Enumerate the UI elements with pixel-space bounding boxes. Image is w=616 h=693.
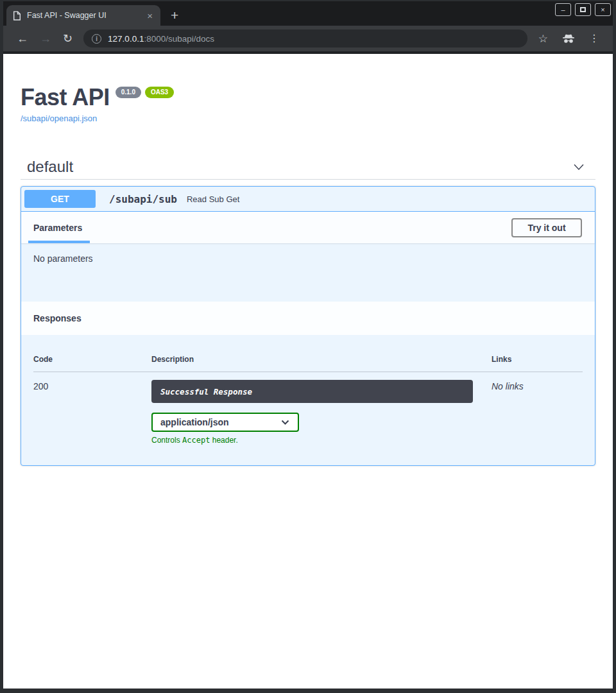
nav-bar: ← → ↻ i 127.0.0.1:8000/subapi/docs ☆ ⋮: [3, 26, 613, 51]
forward-icon: →: [34, 33, 57, 44]
operation-path: /subapi/sub: [109, 193, 177, 205]
menu-kebab-icon[interactable]: ⋮: [583, 33, 605, 44]
address-bar[interactable]: i 127.0.0.1:8000/subapi/docs: [83, 30, 527, 47]
nav-right: ☆ ⋮: [533, 33, 605, 44]
media-type-value: application/json: [160, 417, 229, 427]
close-button[interactable]: ×: [595, 3, 611, 16]
tab-bar: Fast API - Swagger UI × + – ×: [3, 1, 613, 26]
accept-note-suffix: header.: [210, 436, 237, 445]
site-info-icon[interactable]: i: [92, 34, 101, 44]
accept-note-prefix: Controls: [151, 436, 182, 445]
responses-table-header: Code Description Links: [33, 335, 583, 372]
page: Fast API 0.1.0 OAS3 /subapi/openapi.json…: [3, 54, 613, 689]
select-chevron-down-icon: [280, 418, 290, 426]
tag-name: default: [27, 158, 73, 176]
version-badge: 0.1.0: [116, 87, 141, 98]
back-icon[interactable]: ←: [11, 33, 34, 44]
maximize-button[interactable]: [575, 3, 591, 16]
incognito-icon[interactable]: [556, 33, 581, 44]
operation-description: Read Sub Get: [187, 194, 239, 204]
no-parameters-text: No parameters: [33, 253, 93, 264]
media-type-select[interactable]: application/json: [151, 413, 299, 432]
parameters-header: Parameters Try it out: [21, 212, 595, 243]
new-tab-button[interactable]: +: [171, 8, 178, 22]
active-tab-underline: [28, 241, 90, 243]
accept-header-note: Controls Accept header.: [151, 436, 492, 445]
responses-header: Responses: [21, 302, 595, 335]
response-code: 200: [33, 380, 151, 445]
tag-section-header[interactable]: default: [21, 154, 595, 180]
chevron-down-icon[interactable]: [571, 160, 586, 174]
browser-tab[interactable]: Fast API - Swagger UI ×: [6, 5, 160, 26]
opblock-get: GET /subapi/sub Read Sub Get Parameters …: [21, 186, 595, 466]
column-links: Links: [492, 355, 583, 364]
operation-summary[interactable]: GET /subapi/sub Read Sub Get: [21, 187, 595, 212]
tab-title: Fast API - Swagger UI: [27, 11, 140, 20]
url-text: 127.0.0.1:8000/subapi/docs: [108, 34, 214, 44]
window-controls: – ×: [555, 3, 611, 16]
response-description: Successful Response: [151, 380, 473, 403]
parameters-body: No parameters: [21, 243, 595, 302]
browser-window: Fast API - Swagger UI × + – × ← → ↻ i 12…: [0, 0, 616, 693]
oas-badge: OAS3: [145, 87, 174, 98]
accept-note-code: Accept: [182, 436, 210, 445]
api-info: Fast API 0.1.0 OAS3: [21, 85, 595, 110]
response-description-text: Successful Response: [160, 387, 252, 397]
try-it-out-button[interactable]: Try it out: [511, 218, 582, 237]
responses-body: Code Description Links 200 Successful Re…: [21, 335, 595, 465]
column-description: Description: [151, 355, 492, 364]
column-code: Code: [33, 355, 151, 364]
responses-title: Responses: [33, 313, 81, 323]
url-path: :8000/subapi/docs: [144, 34, 214, 44]
url-host: 127.0.0.1: [108, 34, 144, 44]
swagger-ui: Fast API 0.1.0 OAS3 /subapi/openapi.json…: [3, 54, 613, 466]
reload-icon[interactable]: ↻: [57, 33, 78, 44]
parameters-tab: Parameters: [33, 223, 82, 233]
maximize-icon: [580, 7, 586, 12]
bookmark-star-icon[interactable]: ☆: [533, 33, 554, 44]
openapi-spec-link[interactable]: /subapi/openapi.json: [21, 114, 97, 123]
document-icon: [13, 11, 21, 21]
tab-close-icon[interactable]: ×: [146, 11, 154, 21]
response-description-cell: Successful Response application/json: [151, 380, 492, 445]
api-badges: 0.1.0 OAS3: [116, 87, 174, 98]
api-title: Fast API: [21, 85, 110, 110]
response-row: 200 Successful Response application/json: [33, 372, 583, 445]
response-links: No links: [492, 380, 583, 445]
minimize-button[interactable]: –: [555, 3, 571, 16]
method-badge: GET: [24, 190, 96, 208]
